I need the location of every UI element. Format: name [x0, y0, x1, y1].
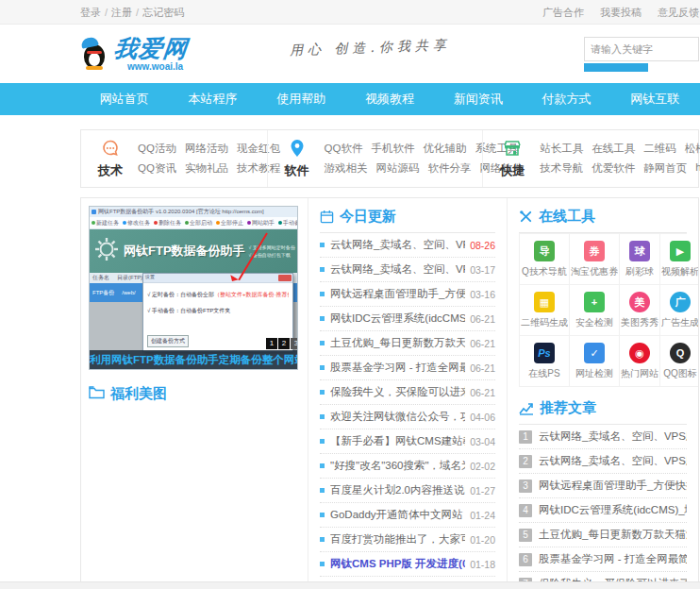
- list-item[interactable]: 云钛网络_卖域名、空间、VPS服务器，价格08-26: [320, 233, 495, 258]
- carousel-slide-image[interactable]: 网钛FTP数据备份助手 v1.0.2020.0304 [官方论坛 http://…: [89, 206, 298, 370]
- submit-article-link[interactable]: 我要投稿: [600, 7, 642, 18]
- link-mobile-software[interactable]: 手机软件: [371, 142, 414, 156]
- list-item[interactable]: 4网钛IDC云管理系统(idcCMS)_域名空间: [519, 498, 687, 523]
- carousel-column: 网钛FTP数据备份助手 v1.0.2020.0304 [官方论坛 http://…: [81, 198, 308, 583]
- nav-item-oetai[interactable]: 网钛互联: [610, 83, 699, 115]
- meitu-icon: 美: [629, 292, 650, 312]
- site-slogan: 用心 创造.你我共享: [290, 37, 451, 59]
- list-item[interactable]: 1云钛网络_卖域名、空间、VPS服务器，价: [519, 425, 687, 449]
- page-bottom-strip: [0, 581, 700, 589]
- list-item[interactable]: 【新手必看】网钛CMS建站教程03-04: [320, 429, 495, 454]
- list-item[interactable]: 保险我牛义，买保险可以进来了解06-21: [320, 380, 495, 405]
- pager-3[interactable]: 3: [291, 338, 298, 349]
- tool-qtech-nav[interactable]: 导Q技术导航: [520, 234, 570, 285]
- link-qq-activity[interactable]: QQ活动: [138, 142, 176, 156]
- shield-plus-icon: +: [584, 292, 605, 312]
- bullet-icon: [320, 488, 325, 493]
- link-site-source[interactable]: 网站源码: [376, 161, 420, 176]
- carousel-caption[interactable]: 利用网钛FTP数据备份助手定期备份整个网站: [90, 350, 297, 369]
- link-songsong-tools[interactable]: 松松工具: [685, 142, 700, 156]
- link-optimize-tools[interactable]: 优化辅助: [423, 142, 466, 156]
- tools-column: 在线工具 导Q技术导航 券淘宝优惠券 球刷彩球 ▶视频解析 ▦二维码生成 +安全…: [508, 198, 698, 583]
- nav-item-programs[interactable]: 本站程序: [169, 83, 258, 115]
- list-item[interactable]: 股票基金学习网 - 打造全网最简单实用的股06-21: [320, 356, 495, 380]
- list-item[interactable]: "好搜"改名"360搜索"，域名为"so.com"02-02: [320, 454, 495, 479]
- nav-item-home[interactable]: 网站首页: [80, 83, 169, 115]
- site-logo[interactable]: 我爱网 www.woai.la: [80, 37, 188, 72]
- login-link[interactable]: 登录: [80, 7, 101, 18]
- recommend-title: 推荐文章: [540, 399, 596, 417]
- list-item[interactable]: 百度打赏功能推出了，大家可以去申请试试~01-20: [320, 528, 495, 552]
- list-item[interactable]: 2云钛网络_卖域名、空间、VPS服务器，价: [519, 449, 687, 474]
- list-item[interactable]: 网钛CMS PHP版 开发进度(01.18)01-18: [320, 552, 495, 577]
- list-item[interactable]: 网钛远程桌面管理助手_方便快捷管理服务器03-16: [320, 282, 495, 307]
- nav-item-payment[interactable]: 付款方式: [523, 83, 611, 115]
- feedback-link[interactable]: 意见反馈: [658, 7, 699, 18]
- bullet-icon: [320, 243, 325, 247]
- tool-taobao-coupon[interactable]: 券淘宝优惠券: [570, 234, 620, 285]
- link-qrcode[interactable]: 二维码: [643, 142, 676, 156]
- link-jingwang-home[interactable]: 静网首页: [643, 161, 687, 176]
- tool-qq-icon[interactable]: QQQ图标: [660, 336, 698, 387]
- rank-badge: 6: [519, 553, 532, 566]
- feature-categories: 技术 QQ活动 网络活动 现金红包 QQ资讯 实物礼品 技术教程: [80, 129, 699, 188]
- tool-ad-gen[interactable]: 广广告生成: [660, 285, 698, 336]
- link-web-activity[interactable]: 网络活动: [185, 142, 228, 156]
- toolbar-item: 全部停止: [216, 219, 243, 227]
- bullet-icon: [320, 463, 325, 468]
- feature-group-tech: 技术 QQ活动 网络活动 现金红包 QQ资讯 实物礼品 技术教程: [81, 130, 267, 187]
- list-item[interactable]: 3网钛远程桌面管理助手_方便快捷管理服务: [519, 474, 687, 498]
- toolbar-item: 新建任务: [92, 219, 119, 227]
- list-item[interactable]: 土豆优购_每日更新数万款天猫淘宝大额优惠06-21: [320, 331, 495, 356]
- tool-color-balls[interactable]: 球刷彩球: [620, 234, 660, 285]
- link-qq-news[interactable]: QQ资讯: [138, 161, 176, 176]
- nav-item-video[interactable]: 视频教程: [345, 83, 434, 115]
- tool-online-ps[interactable]: Ps在线PS: [520, 336, 570, 387]
- list-item[interactable]: 5土豆优购_每日更新数万款天猫淘宝大额优: [519, 523, 687, 547]
- forgot-password-link[interactable]: 忘记密码: [142, 7, 184, 18]
- shield-check-icon: ✓: [584, 343, 605, 363]
- qrcode-icon: ▦: [534, 292, 555, 312]
- search-button[interactable]: [584, 63, 648, 72]
- pager-1[interactable]: 1: [266, 338, 277, 349]
- link-youai-software[interactable]: 优爱软件: [592, 161, 635, 176]
- gallery-section-header: 福利美图: [89, 385, 300, 403]
- list-item[interactable]: 网钛IDC云管理系统(idcCMS)_域名空间VPS06-21: [320, 307, 495, 331]
- tool-video-parse[interactable]: ▶视频解析: [660, 234, 698, 285]
- link-qq-software[interactable]: QQ软件: [325, 142, 363, 156]
- nav-item-news[interactable]: 新闻资讯: [434, 83, 523, 115]
- link-gifts[interactable]: 实物礼品: [185, 161, 228, 176]
- list-item[interactable]: GoDaddy开通简体中文网站01-24: [320, 503, 495, 528]
- tools-grid: 导Q技术导航 券淘宝优惠券 球刷彩球 ▶视频解析 ▦二维码生成 +安全检测 美美…: [519, 233, 687, 387]
- search-input[interactable]: [584, 37, 699, 61]
- tool-url-check[interactable]: ✓网址检测: [570, 336, 620, 387]
- site-header: 我爱网 www.woai.la 用心 创造.你我共享: [0, 25, 700, 83]
- today-updates-column: 今日更新 云钛网络_卖域名、空间、VPS服务器，价格08-26 云钛网络_卖域名…: [308, 198, 508, 583]
- tool-meitu[interactable]: 美美图秀秀: [620, 285, 660, 336]
- link-software-share[interactable]: 软件分享: [428, 161, 472, 176]
- link-online-tools[interactable]: 在线工具: [592, 142, 635, 156]
- link-hao123[interactable]: hao123: [695, 161, 700, 176]
- list-item[interactable]: 欢迎关注网钛微信公众号，功能更新(04.06)04-06: [320, 405, 495, 429]
- link-games[interactable]: 游戏相关: [325, 161, 368, 176]
- tool-qrcode-gen[interactable]: ▦二维码生成: [520, 285, 570, 336]
- pager-2[interactable]: 2: [278, 338, 290, 349]
- tool-hot-sites[interactable]: ◉热门网站: [620, 336, 660, 387]
- bullet-icon: [320, 537, 325, 542]
- list-item[interactable]: 云钛网络_卖域名、空间、VPS服务器，价格03-17: [320, 258, 495, 282]
- list-item[interactable]: 百度星火计划2.0内容推送说明---原创文章推01-27: [320, 479, 495, 503]
- nav-item-help[interactable]: 使用帮助: [257, 83, 345, 115]
- link-tech-nav[interactable]: 技术导航: [540, 161, 583, 176]
- ad-cooperation-link[interactable]: 广告合作: [542, 7, 584, 18]
- register-link[interactable]: 注册: [111, 7, 132, 18]
- bullet-icon: [320, 390, 325, 395]
- rank-badge: 5: [519, 529, 532, 542]
- tool-security-check[interactable]: +安全检测: [570, 285, 620, 336]
- list-item[interactable]: 6股票基金学习网 - 打造全网最简单实用的: [519, 547, 687, 572]
- feature-label-shortcuts: 快捷: [492, 162, 532, 179]
- feature-label-software: 软件: [277, 162, 317, 179]
- qtech-nav-icon: 导: [534, 241, 555, 261]
- link-webmaster-tools[interactable]: 站长工具: [540, 142, 583, 156]
- folder-icon: [89, 385, 105, 403]
- gallery-title[interactable]: 福利美图: [110, 385, 167, 403]
